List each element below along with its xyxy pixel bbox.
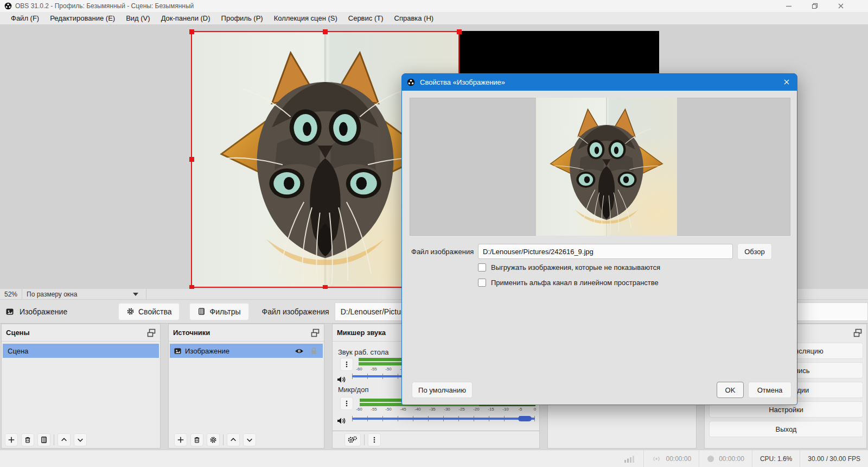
current-source: Изображение <box>5 307 114 316</box>
scenes-dock: Сцены Сцена <box>1 324 161 449</box>
properties-button[interactable]: Свойства <box>118 303 180 320</box>
move-scene-up-button[interactable] <box>58 433 71 446</box>
resize-handle-top-left[interactable] <box>189 29 194 34</box>
sources-dock: Источники Изображение <box>168 324 324 449</box>
chevron-down-icon <box>133 293 138 296</box>
dialog-titlebar[interactable]: Свойства «Изображение» <box>401 73 797 91</box>
dialog-title: Свойства «Изображение» <box>420 78 505 86</box>
menu-scene-collection[interactable]: Коллекция сцен (S) <box>269 12 343 25</box>
mute-speaker-icon[interactable] <box>335 414 348 427</box>
browse-button[interactable]: Обзор <box>737 243 772 260</box>
menu-file[interactable]: Файл (F) <box>5 12 44 25</box>
add-source-button[interactable] <box>174 433 187 446</box>
mute-speaker-icon[interactable] <box>335 373 348 386</box>
move-scene-down-button[interactable] <box>74 433 87 446</box>
move-source-down-button[interactable] <box>243 433 256 446</box>
obs-logo-icon <box>407 78 415 86</box>
move-source-up-button[interactable] <box>227 433 240 446</box>
meter-scale: -60-55 -50-45 -40-35 -30-25 -20-15 -10-5… <box>354 407 538 412</box>
cancel-button[interactable]: Отмена <box>748 382 792 398</box>
popout-dock-icon[interactable] <box>853 329 862 337</box>
resize-handle-top-right[interactable] <box>457 29 462 34</box>
visibility-eye-icon[interactable] <box>295 348 304 355</box>
resize-handle-top-middle[interactable] <box>323 29 328 34</box>
obs-logo-icon <box>4 2 12 10</box>
add-scene-button[interactable] <box>5 433 18 446</box>
popout-dock-icon[interactable] <box>147 329 156 337</box>
image-source-icon <box>174 347 182 355</box>
fit-mode-dropdown[interactable]: По размеру окна <box>22 289 146 300</box>
mixer-title: Микшер звука <box>337 329 386 337</box>
remove-scene-button[interactable] <box>21 433 34 446</box>
resize-handle-bottom-left[interactable] <box>189 285 194 289</box>
mixer-options-kebab-icon[interactable] <box>340 358 353 371</box>
menu-help[interactable]: Справка (H) <box>389 12 439 25</box>
mixer-menu-kebab-icon[interactable] <box>368 433 381 446</box>
checkbox-box[interactable] <box>478 279 486 287</box>
menu-bar: Файл (F) Редактирование (E) Вид (V) Док-… <box>0 12 868 25</box>
scene-filters-button[interactable] <box>37 433 50 446</box>
menu-view[interactable]: Вид (V) <box>120 12 155 25</box>
window-titlebar: OBS 31.0.2 - Профиль: Безымянный - Сцены… <box>0 0 868 12</box>
resize-handle-bottom-middle[interactable] <box>323 285 328 289</box>
gear-icon <box>126 307 135 315</box>
checkbox-box[interactable] <box>478 263 486 272</box>
lock-icon[interactable] <box>310 347 317 355</box>
scenes-title: Сцены <box>6 329 30 337</box>
restore-button[interactable] <box>802 0 827 12</box>
menu-profile[interactable]: Профиль (P) <box>216 12 269 25</box>
close-button[interactable] <box>828 0 853 12</box>
sources-title: Источники <box>173 329 210 337</box>
popout-dock-icon[interactable] <box>311 329 320 337</box>
menu-tools[interactable]: Сервис (T) <box>343 12 389 25</box>
advanced-audio-button[interactable] <box>344 433 361 446</box>
ok-button[interactable]: OK <box>717 382 744 398</box>
stream-status: 00:00:00 <box>643 450 699 467</box>
dialog-close-icon[interactable] <box>783 79 790 85</box>
mixer-channel-name: Микр/доп <box>338 386 368 394</box>
menu-edit[interactable]: Редактирование (E) <box>44 12 120 25</box>
zoom-level: 52% <box>0 289 22 300</box>
broadcast-icon <box>652 455 661 463</box>
dialog-file-path-input[interactable]: D:/Lenouser/Pictures/242616_9.jpg <box>478 244 733 259</box>
connection-signal-icon <box>616 450 643 467</box>
volume-slider[interactable] <box>352 416 535 421</box>
record-status: 00:00:00 <box>699 450 752 467</box>
source-list-item[interactable]: Изображение <box>170 344 323 358</box>
scene-list-item[interactable]: Сцена <box>3 344 159 358</box>
image-preview-area <box>410 98 790 236</box>
file-path-label: Файл изображения <box>262 307 329 316</box>
window-title: OBS 31.0.2 - Профиль: Безымянный - Сцены… <box>15 2 194 10</box>
exit-button[interactable]: Выход <box>709 421 863 437</box>
stream-time: 00:00:00 <box>666 455 691 463</box>
unload-image-checkbox[interactable]: Выгружать изображения, которые не показы… <box>478 263 660 272</box>
filters-button[interactable]: Фильтры <box>189 303 248 320</box>
mixer-options-kebab-icon[interactable] <box>340 397 353 410</box>
linear-alpha-checkbox[interactable]: Применить альфа канал в линейном простра… <box>478 279 659 287</box>
remove-source-button[interactable] <box>190 433 203 446</box>
fps-indicator: 30.00 / 30.00 FPS <box>800 450 868 467</box>
record-dot-icon <box>707 455 714 463</box>
current-source-label: Изображение <box>20 307 67 316</box>
image-preview-thumbnail <box>536 98 677 236</box>
resize-handle-middle-left[interactable] <box>189 157 194 162</box>
filter-icon <box>197 307 206 315</box>
image-source-icon <box>5 307 14 316</box>
fit-mode-label: По размеру окна <box>27 289 77 300</box>
status-bar: 00:00:00 00:00:00 CPU: 1.6% 30.00 / 30.0… <box>0 450 868 467</box>
minimize-button[interactable] <box>776 0 801 12</box>
record-time: 00:00:00 <box>719 455 744 463</box>
mixer-channel-name: Звук раб. стола <box>338 348 388 356</box>
cpu-usage: CPU: 1.6% <box>752 450 800 467</box>
menu-docks[interactable]: Док-панели (D) <box>156 12 216 25</box>
source-properties-button[interactable] <box>207 433 220 446</box>
dialog-file-label: Файл изображения <box>411 248 474 256</box>
defaults-button[interactable]: По умолчанию <box>412 382 473 398</box>
image-properties-dialog: Свойства «Изображение» Файл изображения … <box>401 73 797 405</box>
